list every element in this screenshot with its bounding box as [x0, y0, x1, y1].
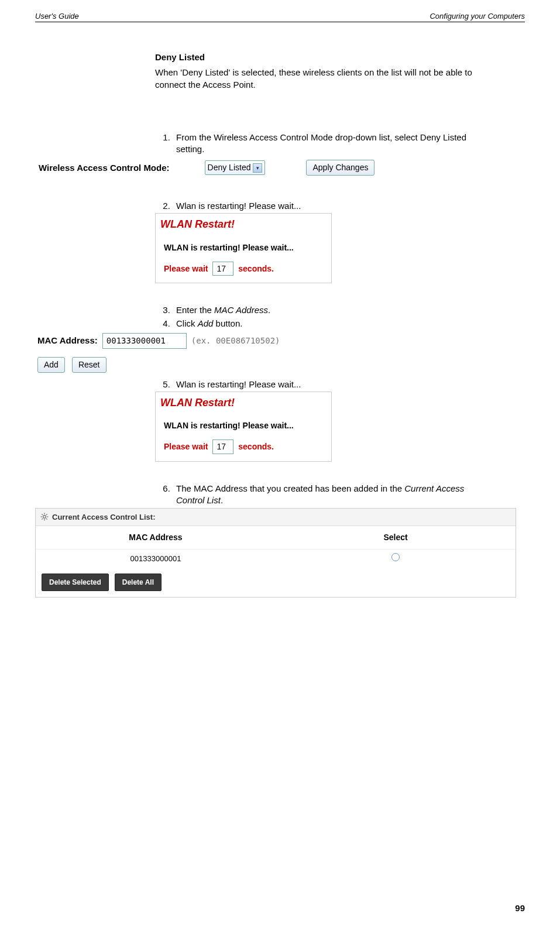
wac-mode-label: Wireless Access Control Mode:: [39, 162, 170, 174]
mac-address-input[interactable]: 001333000001: [102, 333, 187, 349]
wlan-restart-msg-2: WLAN is restarting! Please wait...: [156, 420, 331, 440]
step3-pre: Enter the: [176, 305, 214, 315]
acl-panel: Current Access Control List: MAC Address…: [35, 508, 516, 598]
seconds-label: seconds.: [238, 264, 274, 273]
step-4: Click Add button.: [173, 318, 483, 329]
section-intro: When 'Deny Listed' is selected, these wi…: [155, 67, 483, 91]
step-1: From the Wireless Access Control Mode dr…: [173, 132, 483, 156]
page-header: User's Guide Configuring your Computers: [35, 12, 525, 22]
wac-mode-select[interactable]: Deny Listed ▾: [205, 160, 266, 175]
acl-col-mac: MAC Address: [36, 526, 276, 549]
step-5: Wlan is restarting! Please wait...: [173, 379, 483, 390]
please-wait-label-2: Please wait: [164, 442, 208, 451]
delete-selected-button[interactable]: Delete Selected: [42, 574, 109, 591]
svg-line-7: [42, 519, 43, 520]
mac-address-label: MAC Address:: [37, 335, 98, 346]
step4-post: button.: [213, 318, 242, 328]
wlan-restart-title: WLAN Restart!: [156, 214, 331, 242]
step3-post: .: [268, 305, 270, 315]
step6-pre: The MAC Address that you created has bee…: [176, 483, 404, 493]
step-6: The MAC Address that you created has bee…: [173, 483, 483, 507]
countdown-value: 17: [212, 262, 233, 276]
svg-line-6: [46, 519, 47, 520]
svg-line-5: [42, 514, 43, 516]
mac-address-row: MAC Address: 001333000001 (ex. 00E086710…: [35, 331, 483, 351]
wlan-restart-panel-2: WLAN Restart! WLAN is restarting! Please…: [155, 392, 332, 462]
wlan-countdown-row-2: Please wait 17 seconds.: [156, 440, 331, 454]
seconds-label-2: seconds.: [238, 442, 274, 451]
section-heading: Deny Listed: [155, 52, 483, 63]
mac-address-example: (ex. 00E086710502): [191, 335, 280, 346]
wac-mode-row: Wireless Access Control Mode: Deny Liste…: [35, 156, 483, 179]
acl-row-select-radio[interactable]: [391, 553, 400, 561]
reset-button[interactable]: Reset: [72, 357, 106, 373]
page-number: 99: [515, 903, 525, 913]
acl-header-row: MAC Address Select: [36, 526, 516, 549]
acl-title-row: Current Access Control List:: [36, 509, 516, 527]
please-wait-label: Please wait: [164, 264, 208, 273]
wlan-restart-title-2: WLAN Restart!: [156, 392, 331, 420]
header-right: Configuring your Computers: [430, 12, 525, 20]
acl-table: MAC Address Select 001333000001: [36, 526, 516, 567]
wlan-restart-msg: WLAN is restarting! Please wait...: [156, 242, 331, 262]
step4-pre: Click: [176, 318, 198, 328]
header-left: User's Guide: [35, 12, 79, 20]
wlan-countdown-row: Please wait 17 seconds.: [156, 262, 331, 276]
step-2: Wlan is restarting! Please wait...: [173, 200, 483, 212]
svg-point-0: [43, 516, 46, 519]
countdown-value-2: 17: [212, 440, 233, 454]
delete-all-button[interactable]: Delete All: [115, 574, 162, 591]
acl-title: Current Access Control List:: [52, 512, 156, 523]
wac-mode-selected: Deny Listed: [208, 162, 251, 173]
step-3: Enter the MAC Address.: [173, 304, 483, 316]
add-button[interactable]: Add: [37, 357, 65, 373]
mac-buttons-row: Add Reset: [35, 351, 483, 379]
table-row: 001333000001: [36, 550, 516, 568]
step6-post: .: [221, 495, 223, 505]
wlan-restart-panel-1: WLAN Restart! WLAN is restarting! Please…: [155, 213, 332, 283]
acl-button-row: Delete Selected Delete All: [36, 568, 516, 597]
acl-col-select: Select: [276, 526, 516, 549]
chevron-down-icon: ▾: [253, 163, 262, 173]
step3-em: MAC Address: [214, 305, 268, 315]
svg-line-8: [46, 514, 47, 516]
gear-icon: [40, 513, 49, 521]
step4-em: Add: [198, 318, 214, 328]
apply-changes-button[interactable]: Apply Changes: [306, 160, 375, 176]
acl-row-mac: 001333000001: [36, 550, 276, 568]
